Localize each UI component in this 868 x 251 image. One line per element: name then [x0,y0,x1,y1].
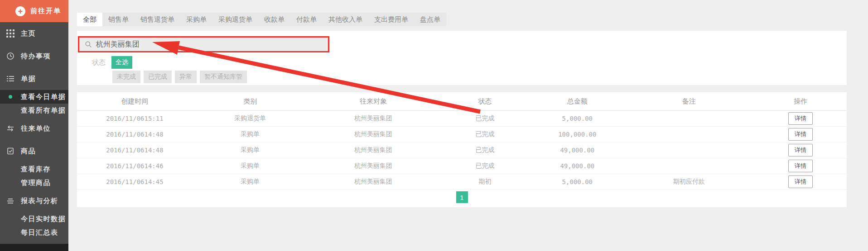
sidebar-item-all-orders[interactable]: 查看所有单据 [0,104,68,117]
new-order-button[interactable]: + 前往开单 [0,0,68,22]
page: + 前往开单 主页待办事项单据查看今日单据查看所有单据往来单位商品查看库存管理商… [0,0,868,251]
cell-note [623,127,754,142]
table-row: 2016/11/0614:45采购单杭州美丽集团期初5,000.00期初应付款详… [77,174,847,190]
sidebar-item-label: 管理商品 [21,179,51,187]
cell-status: 已完成 [439,111,531,127]
status-options: 未完成已完成异常暂不通知库管 [112,71,250,83]
cell-created-time: 2016/11/0614:48 [77,142,193,158]
active-indicator-dot [9,95,12,99]
main-content: 全部销售单销售退货单采购单采购退货单收款单付款单其他收入单支出费用单盘点单 杭州… [77,0,847,251]
search-panel: 杭州美丽集团 状态 全选 未完成已完成异常暂不通知库管 [77,31,847,85]
tab-purchase[interactable]: 采购单 [180,13,212,26]
sidebar-item-label: 主页 [21,29,36,38]
orders-table: 创建时间类别往来对象状态总金额备注操作 2016/11/0615:11采购退货单… [77,92,847,190]
status-filter: 状态 全选 [92,56,132,69]
tab-purchase-return[interactable]: 采购退货单 [212,13,258,26]
sidebar-item-label: 待办事项 [21,52,51,61]
cell-party: 杭州美丽集团 [308,111,439,127]
col-status: 状态 [439,92,531,111]
sidebar-item-todo[interactable]: 待办事项 [0,45,68,67]
cell-status: 期初 [439,174,531,190]
cell-action: 详情 [754,111,847,127]
detail-button[interactable]: 详情 [788,160,813,172]
cell-created-time: 2016/11/0615:11 [77,111,193,127]
table-row: 2016/11/0614:48采购单杭州美丽集团已完成49,000.00详情 [77,142,847,158]
cell-category: 采购退货单 [193,111,308,127]
tab-sales-return[interactable]: 销售退货单 [135,13,180,26]
cell-amount: 49,000.00 [531,158,623,174]
cell-note [623,142,754,158]
tab-payment[interactable]: 付款单 [290,13,323,26]
clipboard-icon [6,147,14,155]
col-party: 往来对象 [308,92,439,111]
cell-amount: 5,000.00 [531,111,623,127]
cell-party: 杭州美丽集团 [308,158,439,174]
detail-button[interactable]: 详情 [788,144,813,156]
swap-icon [6,124,14,133]
clock-icon [6,52,14,60]
sidebar-item-products[interactable]: 商品 [0,140,68,162]
col-amount: 总金额 [531,92,623,111]
col-action: 操作 [754,92,847,111]
status-label: 状态 [92,58,106,67]
detail-button[interactable]: 详情 [788,175,813,188]
detail-button[interactable]: 详情 [788,128,813,141]
filter-select-all-button[interactable]: 全选 [111,56,132,69]
cell-party: 杭州美丽集团 [308,142,439,158]
cell-amount: 100,000.00 [531,127,623,142]
cell-note [623,111,754,127]
tab-expense[interactable]: 支出费用单 [368,13,414,26]
sidebar-item-label: 查看库存 [21,165,51,174]
plus-icon: + [15,6,25,16]
tab-receipt[interactable]: 收款单 [258,13,290,26]
sidebar-item-home[interactable]: 主页 [0,22,68,45]
sidebar-item-today-realtime[interactable]: 今日实时数据 [0,212,68,226]
tab-other-income[interactable]: 其他收入单 [323,13,368,26]
col-note: 备注 [623,92,754,111]
cell-party: 杭州美丽集团 [308,174,439,190]
cell-status: 已完成 [439,142,531,158]
sidebar-item-contacts[interactable]: 往来单位 [0,117,68,140]
cell-party: 杭州美丽集团 [308,127,439,142]
cell-action: 详情 [754,127,847,142]
sidebar-item-label: 今日实时数据 [21,215,66,223]
tab-all[interactable]: 全部 [77,13,102,26]
filter-option-no-notify-warehouse[interactable]: 暂不通知库管 [200,71,247,83]
page-1-button[interactable]: 1 [456,191,468,203]
filter-option-unfinished[interactable]: 未完成 [112,71,140,83]
table-header-row: 创建时间类别往来对象状态总金额备注操作 [77,92,847,111]
annotation-highlight-box: 杭州美丽集团 [78,36,329,52]
tab-stocktake[interactable]: 盘点单 [414,13,446,26]
filter-option-finished[interactable]: 已完成 [144,71,172,83]
cell-category: 采购单 [193,127,308,142]
cell-created-time: 2016/11/0614:45 [77,174,193,190]
sidebar-item-orders[interactable]: 单据 [0,67,68,90]
detail-button[interactable]: 详情 [788,112,813,125]
cell-status: 已完成 [439,158,531,174]
sidebar-item-manage-products[interactable]: 管理商品 [0,176,68,189]
sidebar-item-label: 查看所有单据 [21,106,66,115]
cell-status: 已完成 [439,127,531,142]
tab-sales[interactable]: 销售单 [102,13,135,26]
tab-bar: 全部销售单销售退货单采购单采购退货单收款单付款单其他收入单支出费用单盘点单 [77,13,446,26]
search-value: 杭州美丽集团 [96,40,140,49]
cell-note [623,158,754,174]
search-icon [85,41,92,48]
sidebar-item-today-orders[interactable]: 查看今日单据 [0,90,68,104]
cell-created-time: 2016/11/0614:48 [77,127,193,142]
sidebar-item-label: 往来单位 [21,124,51,133]
sidebar-bottom-strip [0,244,68,251]
cell-created-time: 2016/11/0614:46 [77,158,193,174]
col-created-time: 创建时间 [77,92,193,111]
sidebar: + 前往开单 主页待办事项单据查看今日单据查看所有单据往来单位商品查看库存管理商… [0,0,68,251]
cell-note: 期初应付款 [623,174,754,190]
cell-category: 采购单 [193,142,308,158]
table-row: 2016/11/0614:48采购单杭州美丽集团已完成100,000.00详情 [77,127,847,142]
sidebar-item-view-inventory[interactable]: 查看库存 [0,162,68,176]
sidebar-item-reports[interactable]: 报表与分析 [0,189,68,212]
search-input[interactable]: 杭州美丽集团 [79,38,328,51]
sidebar-item-daily-summary[interactable]: 每日汇总表 [0,226,68,239]
sidebar-item-label: 报表与分析 [21,197,58,205]
orders-table-panel: 创建时间类别往来对象状态总金额备注操作 2016/11/0615:11采购退货单… [77,92,847,207]
filter-option-abnormal[interactable]: 异常 [175,71,197,83]
